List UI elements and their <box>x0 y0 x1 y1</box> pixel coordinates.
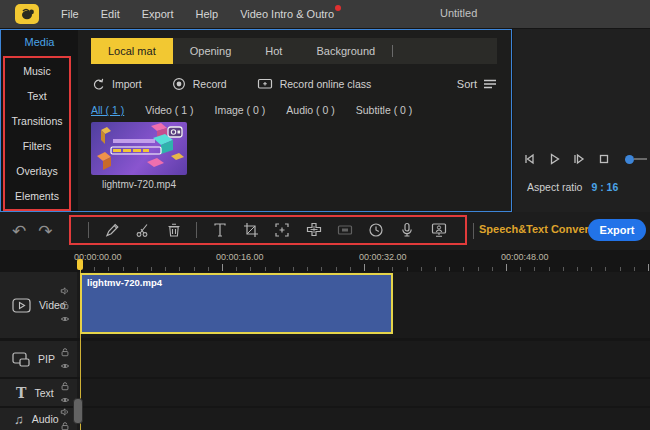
track-audio: ♫ Audio <box>0 408 650 430</box>
aspect-ratio-label: Aspect ratio <box>527 181 582 193</box>
visibility-eye-icon[interactable] <box>60 314 70 324</box>
import-icon <box>91 77 105 91</box>
duration-button[interactable] <box>367 221 385 239</box>
filter-video[interactable]: Video ( 1 ) <box>145 104 193 116</box>
pip-track-lane[interactable] <box>77 341 650 377</box>
audio-track-label: Audio <box>32 413 59 425</box>
aspect-ratio-value[interactable]: 9 : 16 <box>591 181 618 193</box>
sort-button[interactable]: Sort <box>457 78 497 90</box>
text-tool-button[interactable] <box>211 221 229 239</box>
pip-track-icon <box>12 352 30 367</box>
video-track-lane[interactable]: lightmv-720.mp4 <box>77 272 650 338</box>
filter-all[interactable]: All ( 1 ) <box>91 104 124 116</box>
ruler-timestamp: 00:00:16.00 <box>216 252 264 262</box>
lock-icon[interactable] <box>60 300 70 310</box>
media-clip-card[interactable]: lightmv-720.mp4 <box>91 122 187 190</box>
zoom-frame-icon <box>273 221 291 239</box>
pip-track-header: PIP <box>0 341 77 377</box>
zoom-frame-button[interactable] <box>273 221 291 239</box>
filter-audio[interactable]: Audio ( 0 ) <box>286 104 334 116</box>
tab-background[interactable]: Background <box>299 38 392 64</box>
menu-help[interactable]: Help <box>196 8 219 20</box>
microphone-icon <box>398 221 416 239</box>
timeline-video-clip[interactable]: lightmv-720.mp4 <box>80 273 393 334</box>
edit-pencil-button[interactable] <box>103 221 121 239</box>
tab-local-mat[interactable]: Local mat <box>91 38 173 64</box>
menu-export[interactable]: Export <box>142 8 174 20</box>
text-track-label: Text <box>34 387 53 399</box>
video-camera-badge-icon <box>167 126 183 138</box>
voiceover-button[interactable] <box>398 221 416 239</box>
next-frame-button[interactable] <box>571 151 587 167</box>
media-tabstrip: Local mat Opening Hot Background <box>91 38 497 64</box>
stop-button[interactable] <box>596 151 612 167</box>
timeline-scrollbar-handle[interactable] <box>73 398 83 424</box>
toolbar-separator <box>88 222 89 238</box>
transform-icon <box>305 221 323 239</box>
menu-file[interactable]: File <box>61 8 79 20</box>
crop-button[interactable] <box>242 221 260 239</box>
transform-split-button[interactable] <box>305 221 323 239</box>
tab-hot[interactable]: Hot <box>248 38 299 64</box>
import-button[interactable]: Import <box>91 77 142 91</box>
sidebar-item-transitions[interactable]: Transitions <box>5 115 69 127</box>
volume-slider-knob[interactable] <box>625 155 634 164</box>
ruler-timestamp: 00:00:32.00 <box>359 252 407 262</box>
playhead-handle[interactable] <box>77 259 83 270</box>
track-pip: PIP <box>0 341 650 377</box>
toolbar-separator <box>473 223 474 239</box>
visibility-eye-icon[interactable] <box>60 395 70 405</box>
sidebar-item-music[interactable]: Music <box>5 65 69 77</box>
sort-list-icon <box>483 78 497 90</box>
tab-opening[interactable]: Opening <box>173 38 249 64</box>
delete-button[interactable] <box>165 221 183 239</box>
tab-separator <box>392 45 393 57</box>
video-track-header: Video <box>0 272 77 338</box>
record-icon <box>172 77 186 91</box>
record-online-class-label: Record online class <box>280 78 372 90</box>
play-button[interactable] <box>546 151 562 167</box>
playback-controls <box>521 151 647 167</box>
media-action-row: Import Record Record online class Sort <box>91 72 497 96</box>
menu-edit[interactable]: Edit <box>101 8 120 20</box>
media-panel: Media Music Text Transitions Filters Ove… <box>0 29 512 212</box>
sidebar-item-text[interactable]: Text <box>5 90 69 102</box>
mute-icon[interactable] <box>60 407 70 417</box>
media-sidebar: Media Music Text Transitions Filters Ove… <box>1 30 78 211</box>
sidebar-item-filters[interactable]: Filters <box>5 140 69 152</box>
presenter-button[interactable] <box>430 221 448 239</box>
filter-image[interactable]: Image ( 0 ) <box>215 104 266 116</box>
sidebar-item-overlays[interactable]: Overlays <box>5 165 69 177</box>
export-button[interactable]: Export <box>588 219 646 241</box>
redo-button[interactable]: ↷ <box>38 223 52 240</box>
record-online-class-button[interactable]: Record online class <box>257 77 372 91</box>
import-label: Import <box>112 78 142 90</box>
mute-icon[interactable] <box>60 286 70 296</box>
timeline-ruler[interactable]: 00:00:00.00 00:00:16.00 00:00:32.00 00:0… <box>0 250 650 272</box>
lock-icon[interactable] <box>60 421 70 430</box>
text-track-lane[interactable] <box>77 379 650 406</box>
undo-redo-group: ↶ ↷ <box>12 212 53 250</box>
lock-icon[interactable] <box>60 347 70 357</box>
speech-text-converter-button[interactable]: Speech&Text Converter <box>479 223 603 235</box>
mask-button[interactable] <box>336 221 354 239</box>
split-cut-button[interactable] <box>134 221 152 239</box>
volume-slider[interactable] <box>625 155 647 164</box>
audio-track-lane[interactable] <box>77 408 650 430</box>
filter-subtitle[interactable]: Subtitle ( 0 ) <box>356 104 413 116</box>
lock-icon[interactable] <box>60 381 70 391</box>
previous-frame-button[interactable] <box>521 151 537 167</box>
media-content: Local mat Opening Hot Background Import … <box>78 30 511 211</box>
media-filter-row: All ( 1 ) Video ( 1 ) Image ( 0 ) Audio … <box>91 100 497 120</box>
menu-video-intro-outro[interactable]: Video Intro & Outro <box>240 8 334 20</box>
undo-button[interactable]: ↶ <box>12 223 26 240</box>
window-title: Untitled <box>440 7 477 19</box>
bee-logo-glyph <box>19 7 35 21</box>
app-logo-icon[interactable] <box>15 4 39 24</box>
pip-track-label: PIP <box>38 353 55 365</box>
sidebar-item-media[interactable]: Media <box>1 30 78 55</box>
record-button[interactable]: Record <box>172 77 227 91</box>
visibility-eye-icon[interactable] <box>60 361 70 371</box>
sidebar-item-elements[interactable]: Elements <box>5 190 69 202</box>
scissors-icon <box>134 221 152 239</box>
